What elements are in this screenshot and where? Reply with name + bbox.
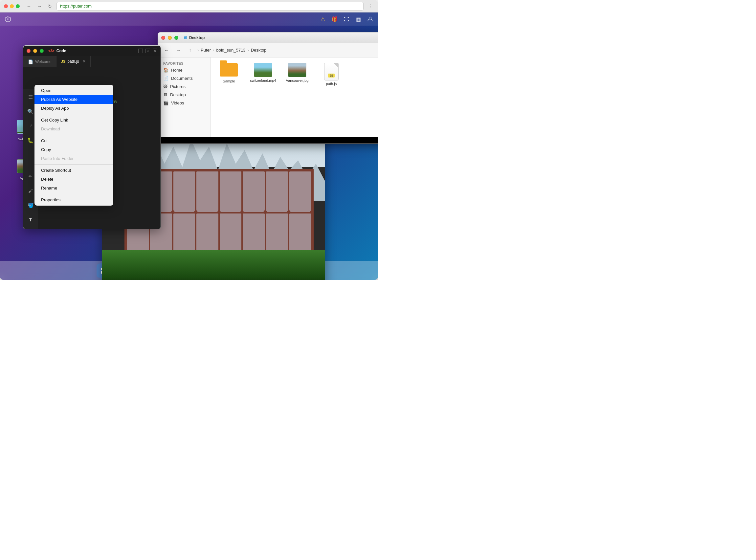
url-text: https://puter.com bbox=[60, 4, 91, 8]
tab-welcome[interactable]: 📄 Welcome bbox=[23, 56, 57, 67]
ctx-paste-into-folder: Paste Into Folder bbox=[35, 154, 113, 163]
fm-toolbar: ← → ↑ › Puter › bold_sun_5713 › Desktop bbox=[158, 43, 378, 58]
switzerland-fm-icon bbox=[254, 63, 272, 77]
fm-close-btn[interactable] bbox=[161, 36, 165, 40]
fm-min-btn[interactable] bbox=[168, 36, 172, 40]
close-tab-icon[interactable]: ✕ bbox=[82, 59, 86, 64]
code-window-titlebar[interactable]: </> Code — □ ✕ bbox=[23, 46, 161, 56]
pictures-sidebar-icon: 🖼 bbox=[163, 84, 167, 89]
fm-file-switzerland[interactable]: switzerland.mp4 bbox=[250, 63, 276, 82]
ctx-cut[interactable]: Cut bbox=[35, 136, 113, 145]
browser-titlebar: ← → ↻ https://puter.com ⋮ bbox=[0, 0, 378, 13]
ctx-download: Download bbox=[35, 124, 113, 133]
ctx-sep-3 bbox=[35, 164, 113, 164]
browser-menu-button[interactable]: ⋮ bbox=[366, 3, 374, 9]
sidebar-item-documents[interactable]: 📄 Documents bbox=[158, 74, 210, 82]
code-window-min[interactable] bbox=[33, 49, 37, 53]
fm-file-sample[interactable]: Sample bbox=[216, 63, 242, 83]
puter-logo-icon[interactable] bbox=[4, 15, 12, 23]
fm-content: Sample switzerland.mp4 Vancouver.jpg bbox=[210, 58, 378, 137]
browser-frame: ← → ↻ https://puter.com ⋮ ⚠ 🎁 bbox=[0, 0, 378, 280]
ctx-create-shortcut[interactable]: Create Shortcut bbox=[35, 166, 113, 175]
context-menu: Open Publish As Website Deploy As App Ge… bbox=[35, 85, 113, 206]
code-window-close[interactable] bbox=[27, 49, 30, 53]
traffic-lights bbox=[4, 4, 20, 8]
fm-up-btn[interactable]: ↑ bbox=[186, 46, 195, 55]
maximize-button[interactable] bbox=[16, 4, 20, 8]
fm-file-vancouver[interactable]: Vancouver.jpg bbox=[284, 63, 310, 82]
vancouver-fm-label: Vancouver.jpg bbox=[286, 79, 309, 82]
pathjs-fm-icon: JS bbox=[324, 63, 339, 80]
back-button[interactable]: ← bbox=[25, 2, 33, 10]
documents-sidebar-icon: 📄 bbox=[163, 76, 168, 81]
fm-breadcrumb: › Puter › bold_sun_5713 › Desktop bbox=[197, 47, 378, 53]
minimize-button[interactable] bbox=[10, 4, 14, 8]
fm-favorites-header: Favorites bbox=[158, 60, 210, 66]
sidebar-text-btn[interactable]: T bbox=[25, 215, 36, 225]
sample-folder-fm-icon bbox=[220, 63, 238, 78]
desktop-sidebar-icon: 🖥 bbox=[163, 92, 167, 97]
ctx-get-copy-link[interactable]: Get Copy Link bbox=[35, 116, 113, 124]
ctx-deploy-as-app[interactable]: Deploy As App bbox=[35, 104, 113, 113]
code-close-btn[interactable]: ✕ bbox=[153, 48, 157, 53]
fm-max-btn[interactable] bbox=[175, 36, 178, 40]
ctx-publish-as-website[interactable]: Publish As Website bbox=[35, 95, 113, 104]
tab-pathjs[interactable]: JS path.js ✕ bbox=[57, 56, 90, 67]
fm-forward-btn[interactable]: → bbox=[174, 46, 183, 55]
fm-sidebar: Favorites 🏠 Home 📄 Documents 🖼 Pictures bbox=[158, 58, 210, 137]
fm-file-pathjs[interactable]: JS path.js bbox=[318, 63, 345, 86]
ctx-rename[interactable]: Rename bbox=[35, 184, 113, 193]
videos-sidebar-icon: 🎬 bbox=[163, 100, 168, 105]
code-minimize-btn[interactable]: — bbox=[138, 48, 143, 53]
desktop-area: ⚠ 🎁 ▦ bbox=[0, 13, 378, 280]
fm-titlebar[interactable]: 🖥 Desktop — □ ✕ bbox=[158, 33, 378, 43]
vancouver-fm-icon bbox=[288, 63, 306, 77]
fm-title: 🖥 Desktop bbox=[183, 35, 205, 40]
code-window-max[interactable] bbox=[40, 49, 44, 53]
topbar-right: ⚠ 🎁 ▦ bbox=[319, 15, 374, 23]
pathjs-fm-label: path.js bbox=[326, 82, 336, 86]
file-manager-window: 🖥 Desktop — □ ✕ ← → ↑ › Puter › bold_sun… bbox=[158, 32, 378, 137]
refresh-button[interactable]: ↻ bbox=[46, 2, 54, 10]
gift-icon[interactable]: 🎁 bbox=[331, 15, 339, 23]
address-bar[interactable]: https://puter.com bbox=[57, 2, 364, 11]
sample-fm-label: Sample bbox=[223, 79, 235, 83]
code-window-title: </> Code bbox=[48, 48, 66, 53]
forward-button[interactable]: → bbox=[36, 2, 43, 10]
ctx-delete[interactable]: Delete bbox=[35, 175, 113, 184]
ctx-sep-4 bbox=[35, 194, 113, 194]
puter-topbar: ⚠ 🎁 ▦ bbox=[0, 13, 378, 26]
code-window-controls: — □ ✕ bbox=[138, 48, 157, 53]
svg-point-0 bbox=[7, 18, 8, 20]
close-button[interactable] bbox=[4, 4, 8, 8]
warning-icon[interactable]: ⚠ bbox=[319, 15, 327, 23]
ctx-sep-1 bbox=[35, 114, 113, 114]
user-icon[interactable] bbox=[366, 15, 374, 23]
sidebar-item-pictures[interactable]: 🖼 Pictures bbox=[158, 82, 210, 91]
code-maximize-btn[interactable]: □ bbox=[145, 48, 150, 53]
ctx-sep-2 bbox=[35, 135, 113, 135]
sidebar-item-videos[interactable]: 🎬 Videos bbox=[158, 99, 210, 107]
home-sidebar-icon: 🏠 bbox=[163, 68, 168, 73]
qr-icon[interactable]: ▦ bbox=[354, 15, 362, 23]
sidebar-item-desktop[interactable]: 🖥 Desktop bbox=[158, 91, 210, 99]
fm-body: Favorites 🏠 Home 📄 Documents 🖼 Pictures bbox=[158, 58, 378, 137]
code-tabs: 📄 Welcome JS path.js ✕ bbox=[23, 56, 161, 67]
foreground-trees bbox=[102, 250, 325, 280]
fm-back-btn[interactable]: ← bbox=[162, 46, 171, 55]
ctx-copy[interactable]: Copy bbox=[35, 145, 113, 154]
switzerland-fm-label: switzerland.mp4 bbox=[250, 79, 276, 82]
fullscreen-icon[interactable] bbox=[343, 15, 350, 23]
ctx-open[interactable]: Open bbox=[35, 86, 113, 95]
shadow-overlay bbox=[102, 278, 325, 280]
ctx-properties[interactable]: Properties bbox=[35, 196, 113, 204]
sidebar-item-home[interactable]: 🏠 Home bbox=[158, 66, 210, 74]
